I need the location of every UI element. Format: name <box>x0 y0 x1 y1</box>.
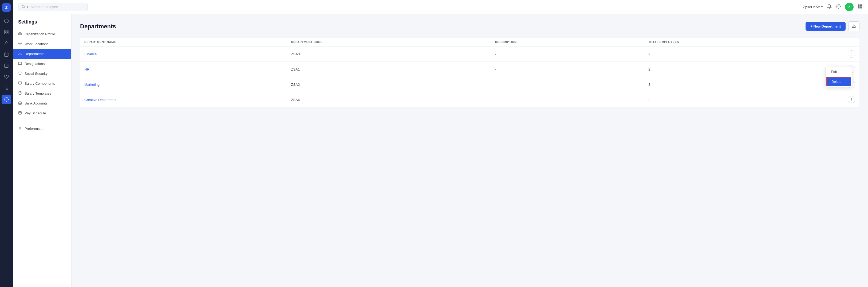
col-description: DESCRIPTION <box>491 38 644 47</box>
search-dropdown-icon[interactable]: ▾ <box>27 5 28 9</box>
dept-name-cell[interactable]: Marketing <box>80 77 287 92</box>
svg-rect-22 <box>861 4 862 5</box>
departments-table: DEPARTMENT NAME DEPARTMENT CODE DESCRIPT… <box>80 38 860 108</box>
dept-employees-cell: 2 <box>644 47 843 62</box>
apps-icon[interactable] <box>858 4 863 10</box>
dept-employees-cell: 2 <box>644 62 843 77</box>
svg-rect-4 <box>7 33 8 34</box>
svg-point-19 <box>838 6 839 7</box>
nav-payroll[interactable] <box>2 72 11 82</box>
app-logo: Z <box>2 3 11 12</box>
svg-point-43 <box>851 54 851 54</box>
org-dropdown-icon: ▾ <box>821 5 823 8</box>
svg-rect-24 <box>860 6 861 7</box>
search-icon <box>22 5 25 9</box>
svg-point-30 <box>20 43 21 44</box>
sidebar-item-work-locations[interactable]: Work Locations <box>13 39 71 49</box>
svg-point-42 <box>851 53 851 53</box>
dept-action-cell <box>843 47 860 62</box>
svg-point-5 <box>6 41 7 43</box>
col-dept-name: DEPARTMENT NAME <box>80 38 287 47</box>
dept-name-cell[interactable]: Creative Department <box>80 92 287 108</box>
svg-rect-6 <box>4 53 8 57</box>
row-action-button[interactable] <box>848 50 855 58</box>
topbar: ▾ Zylker KSA ▾ Z <box>13 0 868 14</box>
sidebar-item-org-profile[interactable]: Organization Profile <box>13 29 71 39</box>
sidebar-item-salary-templates[interactable]: Salary Templates <box>13 88 71 98</box>
dept-name-cell[interactable]: HR <box>80 62 287 77</box>
svg-rect-3 <box>4 33 6 34</box>
sidebar-divider <box>18 121 66 121</box>
context-menu-delete[interactable]: Delete <box>826 77 851 86</box>
gear-icon[interactable] <box>836 4 841 10</box>
svg-rect-26 <box>858 7 859 8</box>
svg-rect-33 <box>19 82 22 84</box>
search-input[interactable] <box>30 5 84 9</box>
designations-icon <box>18 61 22 66</box>
dept-employees-cell: 2 <box>644 92 843 108</box>
sidebar-item-bank-accounts[interactable]: Bank Accounts <box>13 98 71 108</box>
nav-time[interactable] <box>2 50 11 59</box>
svg-rect-34 <box>19 111 22 114</box>
dept-name-link[interactable]: Marketing <box>84 83 99 87</box>
page-header: Departments + New Department <box>80 21 860 31</box>
nav-reports[interactable] <box>2 83 11 93</box>
sidebar-item-pay-schedule[interactable]: Pay Schedule <box>13 108 71 118</box>
sidebar-item-preferences[interactable]: Preferences <box>13 124 71 134</box>
preferences-icon <box>18 126 22 131</box>
svg-point-16 <box>6 99 7 100</box>
dept-name-link[interactable]: HR <box>84 67 89 71</box>
dept-employees-cell: 3 <box>644 77 843 92</box>
dept-name-link[interactable]: Creative Department <box>84 98 116 102</box>
svg-rect-25 <box>861 6 862 7</box>
svg-point-52 <box>851 99 851 100</box>
dept-name-link[interactable]: Finance <box>84 52 97 56</box>
nav-settings[interactable] <box>2 94 11 104</box>
nav-home[interactable] <box>2 16 11 26</box>
svg-rect-21 <box>860 4 861 5</box>
bank-accounts-icon <box>18 101 22 106</box>
notifications-icon[interactable] <box>827 4 832 10</box>
row-action-button[interactable] <box>848 96 855 104</box>
avatar[interactable]: Z <box>845 3 854 11</box>
dept-code-cell: ZSA1 <box>287 62 491 77</box>
pay-schedule-icon <box>18 111 22 115</box>
svg-rect-27 <box>860 7 861 8</box>
nav-dashboard[interactable] <box>2 27 11 37</box>
svg-rect-28 <box>861 7 862 8</box>
svg-rect-1 <box>4 30 6 31</box>
svg-point-53 <box>851 101 851 101</box>
salary-components-icon <box>18 81 22 86</box>
svg-rect-29 <box>19 33 22 35</box>
sidebar-item-designations[interactable]: Designations <box>13 59 71 69</box>
org-name[interactable]: Zylker KSA ▾ <box>803 5 823 9</box>
svg-point-17 <box>22 5 25 7</box>
context-menu-edit[interactable]: Edit <box>826 67 852 77</box>
nav-people[interactable] <box>2 38 11 48</box>
search-box[interactable]: ▾ <box>18 3 88 11</box>
export-button[interactable] <box>848 21 860 31</box>
svg-rect-2 <box>7 30 8 31</box>
dept-name-cell[interactable]: Finance <box>80 47 287 62</box>
sidebar-item-social-security[interactable]: Social Security <box>13 69 71 79</box>
settings-sidebar: Settings Organization Profile Work Locat… <box>13 14 71 287</box>
departments-icon <box>18 52 22 56</box>
col-total-employees: TOTAL EMPLOYEES <box>644 38 843 47</box>
topbar-right: Zylker KSA ▾ Z <box>803 3 863 11</box>
dept-description-cell: - <box>491 62 644 77</box>
salary-templates-icon <box>18 91 22 96</box>
nav-tasks[interactable] <box>2 61 11 70</box>
table-row: Creative Department ZSA6 - 2 <box>80 92 860 108</box>
context-menu: Edit Delete <box>825 67 852 87</box>
sidebar-item-salary-components[interactable]: Salary Components <box>13 79 71 88</box>
page-title: Departments <box>80 23 116 30</box>
dept-description-cell: - <box>491 47 644 62</box>
icon-navigation: Z <box>0 0 13 287</box>
sidebar-item-departments[interactable]: Departments <box>13 49 71 59</box>
dept-code-cell: ZSA6 <box>287 92 491 108</box>
new-department-button[interactable]: + New Department <box>806 22 845 31</box>
svg-rect-23 <box>858 6 859 7</box>
content-area: Settings Organization Profile Work Locat… <box>13 14 868 287</box>
col-dept-code: DEPARTMENT CODE <box>287 38 491 47</box>
org-profile-icon <box>18 32 22 36</box>
